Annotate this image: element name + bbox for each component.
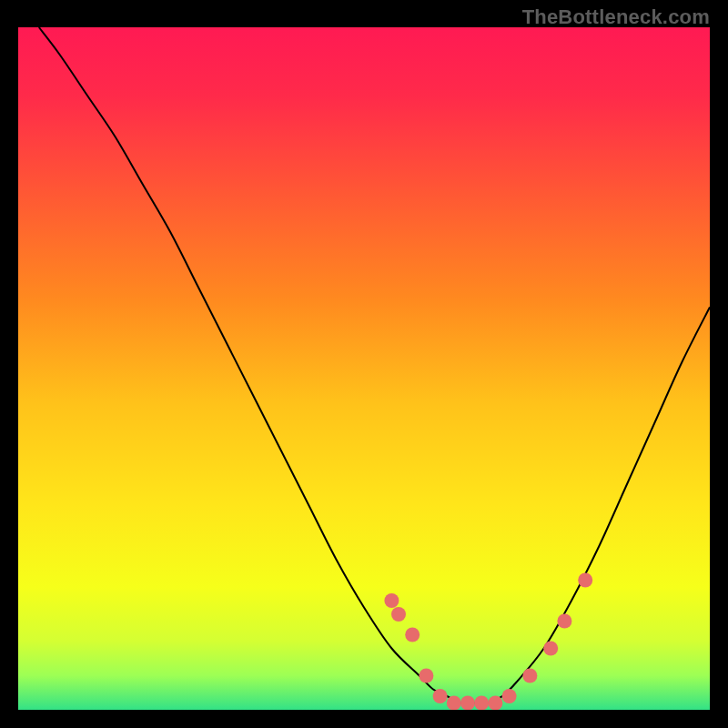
highlight-dot <box>419 669 433 683</box>
highlight-dots <box>384 573 592 711</box>
bottleneck-curve <box>39 27 710 703</box>
highlight-dot <box>460 696 475 711</box>
highlight-dot <box>578 573 592 588</box>
highlight-dot <box>488 696 502 711</box>
highlight-dot <box>543 642 558 656</box>
highlight-dot <box>522 669 537 683</box>
highlight-dot <box>502 689 517 703</box>
curve-layer <box>18 27 710 710</box>
highlight-dot <box>391 607 406 622</box>
highlight-dot <box>557 614 571 629</box>
highlight-dot <box>447 696 461 711</box>
plot-area <box>18 27 710 710</box>
highlight-dot <box>433 689 448 703</box>
chart-container: TheBottleneck.com <box>0 0 728 728</box>
highlight-dot <box>405 628 420 642</box>
watermark-text: TheBottleneck.com <box>522 5 710 29</box>
highlight-dot <box>474 696 489 711</box>
highlight-dot <box>384 593 399 608</box>
